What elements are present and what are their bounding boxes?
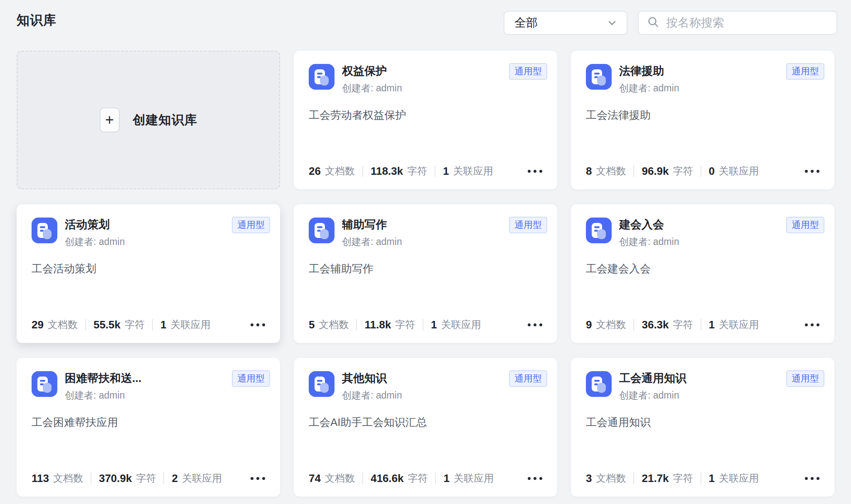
knowledge-base-card[interactable]: 建会入会 创建者: admin 通用型 工会建会入会 9 文档数 36.3k 字… [571, 204, 834, 343]
more-menu-icon[interactable] [805, 167, 819, 175]
type-badge: 通用型 [509, 63, 547, 80]
divider [701, 319, 701, 330]
divider [85, 319, 86, 330]
char-count-label: 字符 [407, 164, 427, 178]
search-box[interactable] [638, 11, 837, 35]
type-badge: 通用型 [509, 370, 547, 387]
knowledge-base-card[interactable]: 辅助写作 创建者: admin 通用型 工会辅助写作 5 文档数 11.8k 字… [294, 204, 557, 343]
more-menu-icon[interactable] [805, 475, 819, 482]
char-count-label: 字符 [673, 164, 693, 178]
knowledge-base-card[interactable]: 权益保护 创建者: admin 通用型 工会劳动者权益保护 26 文档数 118… [294, 51, 557, 189]
card-creator: 创建者: admin [619, 389, 686, 402]
card-head-text: 其他知识 创建者: admin [342, 371, 402, 402]
card-creator: 创建者: admin [342, 235, 402, 248]
filter-dropdown[interactable]: 全部 [504, 11, 627, 35]
card-title: 活动策划 [65, 218, 125, 231]
app-count-label: 关联应用 [170, 318, 210, 331]
card-header: 其他知识 创建者: admin 通用型 [309, 371, 547, 402]
doc-count: 74 [309, 472, 321, 485]
knowledge-base-document-icon [32, 371, 57, 397]
card-creator: 创建者: admin [342, 82, 402, 95]
app-count-label: 关联应用 [719, 164, 759, 178]
divider [633, 472, 634, 484]
card-description: 工会劳动者权益保护 [309, 108, 547, 122]
card-head-text: 建会入会 创建者: admin [619, 218, 679, 248]
app-count: 1 [443, 165, 449, 178]
card-head-text: 困难帮扶和送... 创建者: admin [65, 371, 142, 402]
knowledge-base-document-icon [586, 64, 612, 90]
card-description: 工会建会入会 [586, 262, 824, 276]
card-header: 困难帮扶和送... 创建者: admin 通用型 [32, 371, 270, 402]
knowledge-base-grid: + 创建知识库 权益保护 创建者: admin 通用型 工会劳动者权益保护 26… [17, 51, 834, 497]
card-stats: 29 文档数 55.5k 字符 1 关联应用 [32, 318, 270, 331]
divider [163, 472, 164, 484]
divider [701, 165, 701, 177]
type-badge: 通用型 [232, 370, 270, 387]
card-stats: 9 文档数 36.3k 字符 1 关联应用 [586, 318, 824, 331]
knowledge-base-document-icon [309, 218, 334, 243]
app-count-label: 关联应用 [719, 472, 759, 485]
app-count: 1 [709, 472, 715, 485]
doc-count: 3 [586, 472, 592, 485]
card-header: 建会入会 创建者: admin 通用型 [586, 218, 824, 248]
card-header: 权益保护 创建者: admin 通用型 [309, 64, 547, 95]
more-menu-icon[interactable] [528, 321, 542, 329]
card-title: 工会通用知识 [619, 372, 686, 385]
card-head-text: 法律援助 创建者: admin [619, 64, 679, 95]
knowledge-base-card[interactable]: 工会通用知识 创建者: admin 通用型 工会通用知识 3 文档数 21.7k… [571, 358, 834, 497]
app-count: 1 [443, 472, 449, 485]
more-menu-icon[interactable] [528, 475, 542, 482]
plus-icon[interactable]: + [100, 108, 120, 132]
card-creator: 创建者: admin [65, 235, 125, 248]
more-menu-icon[interactable] [805, 321, 819, 329]
chevron-down-icon [607, 17, 617, 28]
doc-count: 29 [32, 318, 44, 331]
more-menu-icon[interactable] [251, 321, 265, 329]
filter-dropdown-value: 全部 [514, 15, 538, 31]
knowledge-base-document-icon [586, 218, 612, 243]
doc-count-label: 文档数 [53, 472, 83, 485]
char-count-label: 字符 [395, 318, 415, 331]
app-count: 1 [160, 318, 166, 331]
card-description: 工会AI助手工会知识汇总 [309, 416, 547, 430]
app-count-label: 关联应用 [719, 318, 759, 331]
knowledge-base-document-icon [586, 371, 612, 397]
char-count: 370.9k [99, 472, 132, 485]
card-header: 工会通用知识 创建者: admin 通用型 [586, 371, 824, 402]
knowledge-base-card[interactable]: 困难帮扶和送... 创建者: admin 通用型 工会困难帮扶应用 113 文档… [17, 358, 280, 497]
card-title: 法律援助 [619, 65, 679, 78]
divider [362, 472, 363, 484]
card-title: 其他知识 [342, 372, 402, 385]
divider [701, 472, 701, 484]
char-count: 416.6k [371, 472, 404, 485]
card-description: 工会困难帮扶应用 [32, 416, 270, 430]
card-title: 困难帮扶和送... [65, 372, 142, 385]
card-creator: 创建者: admin [619, 235, 679, 248]
create-knowledge-base-label: 创建知识库 [133, 112, 197, 129]
card-header: 活动策划 创建者: admin 通用型 [32, 218, 270, 248]
more-menu-icon[interactable] [528, 167, 542, 175]
char-count-label: 字符 [136, 472, 156, 485]
card-title: 建会入会 [619, 218, 679, 231]
create-knowledge-base-card[interactable]: + 创建知识库 [17, 51, 280, 189]
knowledge-base-card[interactable]: 活动策划 创建者: admin 通用型 工会活动策划 29 文档数 55.5k … [17, 204, 280, 343]
char-count: 96.9k [642, 165, 669, 178]
more-menu-icon[interactable] [251, 475, 265, 482]
divider [362, 165, 363, 177]
search-input[interactable] [665, 16, 828, 30]
knowledge-base-card[interactable]: 其他知识 创建者: admin 通用型 工会AI助手工会知识汇总 74 文档数 … [294, 358, 557, 497]
card-description: 工会辅助写作 [309, 262, 547, 276]
doc-count-label: 文档数 [596, 164, 626, 178]
doc-count-label: 文档数 [325, 164, 355, 178]
card-stats: 26 文档数 118.3k 字符 1 关联应用 [309, 164, 547, 178]
type-badge: 通用型 [786, 63, 824, 80]
type-badge: 通用型 [232, 217, 270, 233]
card-creator: 创建者: admin [65, 389, 142, 402]
doc-count-label: 文档数 [319, 318, 349, 331]
card-head-text: 权益保护 创建者: admin [342, 64, 402, 95]
knowledge-base-card[interactable]: 法律援助 创建者: admin 通用型 工会法律援助 8 文档数 96.9k 字… [571, 51, 834, 189]
doc-count-label: 文档数 [325, 472, 355, 485]
doc-count: 5 [309, 318, 315, 331]
card-stats: 8 文档数 96.9k 字符 0 关联应用 [586, 164, 824, 178]
card-head-text: 活动策划 创建者: admin [65, 218, 125, 248]
